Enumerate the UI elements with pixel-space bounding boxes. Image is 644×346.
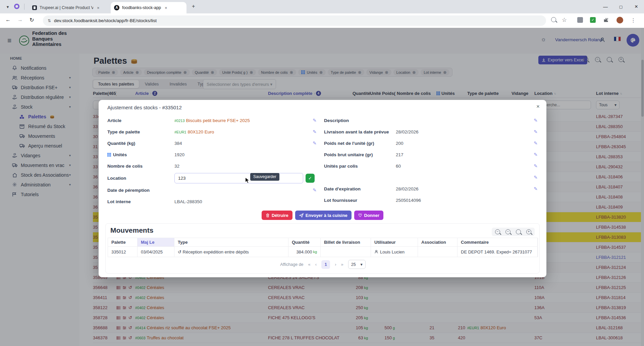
mv-qty-cell: 384.000kg — [288, 247, 321, 257]
field-value-text: 1920 — [174, 152, 184, 157]
field-value: 60 — [396, 164, 401, 169]
save-check-button[interactable]: ✓ — [306, 174, 315, 183]
field-value-text: 28/02/2026 — [396, 186, 419, 191]
button-label: Détruire — [272, 213, 288, 218]
first-page-icon[interactable]: « — [308, 262, 311, 267]
search-icon[interactable] — [516, 229, 521, 234]
mv-user-cell: Louis Lucien — [371, 247, 418, 257]
reload-icon[interactable]: ↻ — [30, 17, 34, 23]
edit-pencil-icon[interactable]: ✎ — [534, 129, 538, 134]
browser-tab-trupeer[interactable]: Trupeer.ai | Create Product Vide × — [29, 2, 106, 13]
browser-tab-strip: ▾ Trupeer.ai | Create Product Vide × A f… — [0, 0, 644, 13]
modal-close-icon[interactable]: × — [536, 103, 540, 110]
next-page-icon[interactable]: › — [335, 262, 336, 267]
mouvements-header-quantit-[interactable]: Quantité — [288, 238, 321, 246]
extension-gray-icon[interactable] — [577, 17, 583, 23]
d-truire-button[interactable]: Détruire — [262, 211, 292, 220]
mouvements-row[interactable]: 33501203/04/2025↺ Réception expédition e… — [108, 247, 538, 257]
mv-qty-unit: kg — [313, 250, 317, 254]
edit-pencil-icon[interactable]: ✎ — [313, 118, 317, 123]
mouvements-header-billet-de-livraison[interactable]: Billet de livraison — [321, 238, 371, 246]
modal-field-location: Location✓Sauvegarder — [107, 172, 319, 184]
edit-pencil-icon[interactable]: ✎ — [313, 140, 317, 146]
window-close-button[interactable]: × — [629, 0, 644, 13]
field-value: #0213Biscuits petit beurre FSE+ 2025 — [174, 118, 250, 123]
field-value: 384 — [174, 141, 182, 146]
edit-pencil-icon[interactable]: ✎ — [534, 175, 538, 180]
field-label-text: Poids net de l'unité (gr) — [324, 141, 374, 146]
location-edit-input[interactable] — [174, 173, 303, 183]
tab-close-icon[interactable]: × — [96, 5, 101, 10]
modal-field-unit-s: Unités1920 — [107, 149, 319, 160]
field-value: 32 — [174, 164, 179, 169]
edit-pencil-icon[interactable]: ✎ — [534, 152, 538, 157]
site-settings-icon[interactable]: ⇅ — [48, 18, 51, 23]
field-label-text: Type de palette — [107, 129, 140, 134]
modal-field-poids-net-de-l-unit-gr-: Poids net de l'unité (gr)200✎ — [324, 137, 540, 149]
mouvements-paginator: Affichage de « ‹ 1 › » 25▾ — [106, 260, 540, 269]
mouvements-header-maj-le[interactable]: Maj Le — [138, 238, 174, 246]
extensions-puzzle-icon[interactable] — [603, 17, 609, 23]
window-maximize-button[interactable]: ▢ — [613, 0, 629, 13]
field-label: Nombre de colis — [107, 164, 174, 169]
zoom-out-icon[interactable]: − — [495, 229, 500, 234]
stock-adjustment-modal: Ajustement des stocks - #335012 × Articl… — [99, 100, 546, 277]
edit-pencil-icon[interactable]: ✎ — [534, 118, 538, 123]
zoom-out-icon[interactable]: − — [505, 229, 511, 234]
field-value: LBAL-288350 — [174, 199, 202, 204]
search-icon[interactable] — [551, 17, 556, 23]
donner-button[interactable]: ♡Donner — [354, 211, 383, 220]
edit-pencil-icon[interactable]: ✎ — [534, 186, 538, 191]
extension-check-icon[interactable]: ✓ — [590, 17, 596, 23]
profile-avatar[interactable] — [616, 17, 623, 23]
edit-pencil-icon[interactable]: ✎ — [313, 129, 317, 134]
tab-group-icon[interactable] — [14, 4, 19, 9]
edit-pencil-icon[interactable]: ✎ — [313, 187, 317, 193]
mv-type-cell: ↺ Réception expédition entre dépôts — [174, 247, 288, 257]
window-minimize-button[interactable]: — — [598, 0, 613, 13]
tab-title: Trupeer.ai | Create Product Vide — [40, 5, 93, 10]
address-bar[interactable]: ⇅ dev.stock.foodbanksit.be/stock/app/fr-… — [43, 15, 546, 26]
prev-page-icon[interactable]: ‹ — [315, 262, 317, 267]
mouvements-header-utilisateur[interactable]: Utilisateur — [371, 238, 418, 246]
tab-search-chevron-icon[interactable]: ▾ — [3, 3, 12, 11]
modal-field-poids-brut-unitaire-gr-: Poids brut unitaire (gr)217✎ — [324, 149, 540, 160]
field-code: #EUR1 — [174, 130, 186, 134]
modal-field-unit-s-par-colis: Unités par colis60✎ — [324, 160, 540, 172]
field-value-text: 60 — [396, 164, 401, 169]
paginator-label: Affichage de — [280, 262, 303, 267]
field-label: Poids brut unitaire (gr) — [324, 152, 396, 157]
field-label: Description — [324, 118, 396, 123]
mouvements-header-association[interactable]: Association — [418, 238, 458, 246]
mouvements-header-row: PaletteMaj LeTypeQuantitéBillet de livra… — [108, 238, 538, 247]
send-icon — [299, 213, 304, 218]
modal-field-date-de-p-remption: Date de péremption✎ — [107, 184, 319, 196]
field-label-text: Quantité (kg) — [107, 141, 135, 146]
mouvements-header-type[interactable]: Type — [174, 238, 288, 246]
field-label: Quantité (kg) — [107, 141, 174, 146]
current-page[interactable]: 1 — [321, 260, 330, 269]
button-label: Donner — [364, 213, 380, 218]
mouvements-header-palette[interactable]: Palette — [108, 238, 138, 246]
mouvements-header-commentaire[interactable]: Commentaire — [458, 238, 538, 246]
back-icon[interactable]: ← — [5, 17, 11, 23]
field-label-text: Livraison avant la date prévue — [324, 129, 389, 134]
last-page-icon[interactable]: » — [341, 262, 343, 267]
envoyer-la-cuisine-button[interactable]: Envoyer à la cuisine — [295, 211, 352, 220]
mv-qty-value: 384.000 — [296, 249, 312, 254]
url-text: dev.stock.foodbanksit.be/stock/app/fr-BE… — [54, 18, 157, 23]
browser-tab-foodbanks[interactable]: A foodbanks-stock-app × — [111, 2, 186, 13]
new-tab-button[interactable]: + — [192, 3, 195, 9]
edit-pencil-icon[interactable]: ✎ — [534, 163, 538, 169]
field-label: Lot interne — [107, 199, 174, 204]
page-size-select[interactable]: 25▾ — [348, 260, 366, 269]
field-label: Article — [107, 118, 174, 123]
field-label: Livraison avant la date prévue — [324, 129, 396, 134]
field-value-text: 200 — [396, 141, 404, 146]
bookmark-star-icon[interactable]: ☆ — [562, 16, 567, 23]
edit-pencil-icon[interactable]: ✎ — [534, 140, 538, 146]
forward-icon[interactable]: → — [17, 17, 23, 23]
tab-close-icon[interactable]: × — [164, 5, 168, 10]
zoom-in-icon[interactable]: + — [526, 229, 531, 234]
browser-menu-icon[interactable]: ⋮ — [631, 17, 636, 23]
